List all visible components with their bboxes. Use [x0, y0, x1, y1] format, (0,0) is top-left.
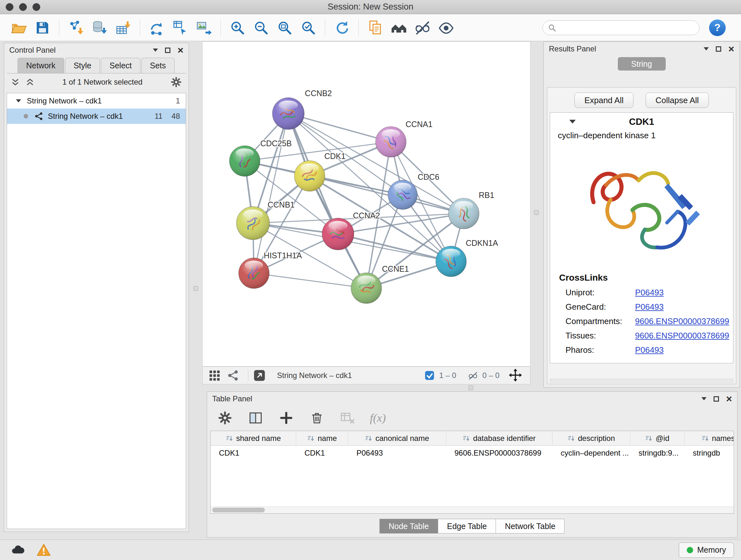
- panel-float-icon[interactable]: [716, 46, 721, 52]
- zoom-window-button[interactable]: [32, 3, 40, 11]
- panel-menu-icon[interactable]: [701, 397, 706, 400]
- collection-label: String Network – cdk1: [27, 97, 102, 105]
- network-edge[interactable]: [254, 114, 288, 273]
- expand-all-button[interactable]: Expand All: [575, 92, 633, 108]
- export-image-button[interactable]: [194, 17, 214, 38]
- results-hscrollbar[interactable]: [550, 379, 733, 382]
- home-button[interactable]: [389, 17, 409, 38]
- tab-sets[interactable]: Sets: [141, 58, 175, 73]
- tab-select[interactable]: Select: [101, 58, 140, 73]
- network-graph[interactable]: CCNB2CCNA1CDC25BCDK1CDC6RB1CCNB1CCNA2CDK…: [203, 42, 530, 366]
- import-table-from-file-button[interactable]: [113, 17, 133, 38]
- show-columns-button[interactable]: [247, 410, 264, 426]
- zoom-fit-button[interactable]: [274, 17, 295, 38]
- column-header-database-identifier[interactable]: database identifier: [446, 431, 552, 445]
- vertical-splitter-handle[interactable]: [534, 210, 539, 215]
- column-header-namespac[interactable]: namespac: [684, 431, 734, 445]
- tab-network[interactable]: Network: [17, 58, 64, 73]
- table-tab-edge-table[interactable]: Edge Table: [438, 519, 496, 534]
- close-window-button[interactable]: [6, 3, 13, 11]
- selected-checkbox-icon[interactable]: [424, 370, 434, 381]
- minimize-window-button[interactable]: [19, 3, 27, 11]
- hidden-glasses-icon[interactable]: [468, 370, 478, 381]
- cloud-status-button[interactable]: [7, 543, 28, 558]
- birds-eye-view-button[interactable]: [207, 368, 222, 383]
- copy-document-button[interactable]: [365, 17, 386, 38]
- crosslink-value-link[interactable]: 9606.ENSP00000378699: [635, 331, 729, 341]
- export-view-button[interactable]: [252, 368, 267, 383]
- crosslink-value-link[interactable]: 9606.ENSP00000378699: [635, 316, 729, 326]
- open-session-button[interactable]: [9, 17, 29, 38]
- collapse-all-icon[interactable]: [10, 77, 20, 87]
- panel-close-icon[interactable]: ×: [178, 45, 184, 55]
- gene-card-header[interactable]: CDK1: [550, 113, 733, 131]
- refresh-view-button[interactable]: [332, 17, 352, 38]
- glasses-hide-button[interactable]: [412, 17, 433, 38]
- save-session-button[interactable]: [32, 17, 53, 38]
- crosslink-value-link[interactable]: P06493: [635, 288, 664, 298]
- network-node-cdc25b[interactable]: [229, 145, 260, 176]
- table-hscrollbar[interactable]: [211, 506, 734, 513]
- panel-close-icon[interactable]: ×: [728, 44, 734, 54]
- pan-mode-button[interactable]: [508, 368, 523, 383]
- collapse-all-button[interactable]: Collapse All: [646, 92, 709, 108]
- expand-all-icon[interactable]: [25, 77, 35, 87]
- share-network-button[interactable]: [226, 368, 240, 383]
- memory-button[interactable]: Memory: [679, 543, 734, 558]
- column-header-shared-name[interactable]: shared name: [211, 431, 296, 445]
- column-header-name[interactable]: name: [296, 431, 348, 445]
- gear-icon[interactable]: [170, 76, 182, 88]
- zoom-out-button[interactable]: [251, 17, 271, 38]
- column-header--id[interactable]: @id: [630, 431, 684, 445]
- collection-expander-icon[interactable]: [16, 99, 21, 103]
- zoom-selected-button[interactable]: [298, 17, 319, 38]
- show-eye-button[interactable]: [436, 17, 456, 38]
- network-node-rb1[interactable]: [448, 198, 479, 229]
- panel-float-icon[interactable]: [165, 48, 171, 53]
- hscrollbar-thumb[interactable]: [212, 508, 265, 512]
- network-collection-row[interactable]: String Network – cdk1 1: [7, 93, 186, 109]
- warnings-button[interactable]: [33, 543, 54, 558]
- crosslink-value-link[interactable]: P06493: [635, 302, 664, 312]
- function-builder-button[interactable]: f(x): [370, 411, 386, 425]
- panel-menu-icon[interactable]: [153, 49, 158, 52]
- create-column-button[interactable]: [278, 410, 294, 426]
- network-node-ccne1[interactable]: [351, 273, 382, 304]
- network-canvas[interactable]: CCNB2CCNA1CDC25BCDK1CDC6RB1CCNB1CCNA2CDK…: [202, 42, 530, 367]
- horizontal-splitter-handle[interactable]: [468, 385, 473, 390]
- network-edge[interactable]: [254, 273, 366, 288]
- table-tab-network-table[interactable]: Network Table: [495, 519, 564, 534]
- crosslink-value-link[interactable]: P06493: [635, 345, 664, 355]
- network-node-hist1h1a[interactable]: [239, 258, 269, 289]
- network-node-ccna2[interactable]: [322, 218, 354, 250]
- table-tab-node-table[interactable]: Node Table: [380, 519, 438, 534]
- panel-float-icon[interactable]: [714, 396, 719, 401]
- import-network-from-file-button[interactable]: [66, 17, 86, 38]
- tab-style[interactable]: Style: [65, 58, 100, 73]
- new-network-button[interactable]: [146, 17, 167, 38]
- vertical-splitter-handle[interactable]: [193, 286, 198, 291]
- panel-close-icon[interactable]: ×: [726, 394, 732, 404]
- network-node-cdc6[interactable]: [388, 180, 417, 209]
- clone-network-button[interactable]: [170, 17, 191, 38]
- gene-expander-icon[interactable]: [569, 120, 576, 124]
- network-node-ccnb2[interactable]: [273, 98, 305, 130]
- tab-string[interactable]: String: [618, 57, 666, 71]
- import-network-from-database-button[interactable]: [89, 17, 110, 38]
- window-title: Session: New Session: [0, 2, 741, 12]
- column-header-description[interactable]: description: [552, 431, 630, 445]
- table-row[interactable]: CDK1CDK1P064939606.ENSP00000378699cyclin…: [211, 446, 734, 460]
- panel-menu-icon[interactable]: [704, 47, 709, 51]
- zoom-in-button[interactable]: [227, 17, 248, 38]
- help-button[interactable]: ?: [709, 19, 726, 36]
- network-row[interactable]: String Network – cdk1 11 48: [7, 109, 186, 124]
- search-input[interactable]: [559, 23, 694, 32]
- table-settings-button[interactable]: [217, 410, 233, 426]
- network-node-cdkn1a[interactable]: [436, 246, 467, 277]
- network-node-cdk1[interactable]: [294, 161, 325, 191]
- network-edge[interactable]: [310, 176, 464, 213]
- network-node-ccna1[interactable]: [376, 126, 406, 157]
- delete-column-button[interactable]: [309, 410, 325, 426]
- network-node-ccnb1[interactable]: [237, 206, 270, 240]
- column-header-canonical-name[interactable]: canonical name: [348, 431, 446, 445]
